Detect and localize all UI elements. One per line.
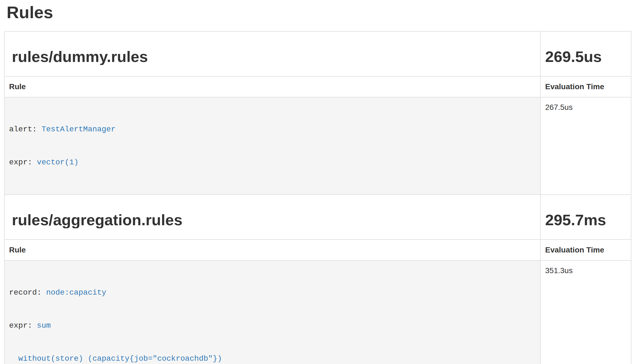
rule-code-cell: record: node:capacity expr: sum without(… [4, 260, 540, 364]
rules-table: rules/dummy.rules 269.5us Rule Evaluatio… [4, 31, 631, 364]
group-file-name: rules/dummy.rules [12, 49, 536, 65]
expr-link[interactable]: vector(1) [37, 158, 79, 167]
rule-code: alert: TestAlertManager expr: vector(1) [9, 102, 536, 190]
expr-link[interactable]: without(store) (capacity{job="cockroachd… [9, 354, 222, 363]
rule-code: record: node:capacity expr: sum without(… [9, 265, 536, 364]
alert-label: alert: [9, 125, 42, 134]
group-eval-cell: 295.7ms [540, 195, 631, 240]
column-header-row: Rule Evaluation Time [4, 240, 631, 260]
column-header-row: Rule Evaluation Time [4, 76, 631, 97]
eval-column-header: Evaluation Time [540, 240, 631, 260]
record-name-link[interactable]: node:capacity [46, 288, 106, 297]
group-eval-time: 269.5us [545, 49, 626, 65]
expr-link[interactable]: sum [37, 321, 51, 330]
page-title: Rules [7, 3, 631, 21]
group-header-row: rules/dummy.rules 269.5us [4, 31, 631, 76]
rule-code-cell: alert: TestAlertManager expr: vector(1) [4, 97, 540, 195]
rule-row: record: node:capacity expr: sum without(… [4, 260, 631, 364]
rule-column-header: Rule [4, 76, 540, 97]
group-file-cell: rules/dummy.rules [4, 31, 540, 76]
code-line: record: node:capacity [9, 287, 536, 298]
code-line: expr: vector(1) [9, 157, 536, 168]
eval-column-header: Evaluation Time [540, 76, 631, 97]
rule-row: alert: TestAlertManager expr: vector(1) … [4, 97, 631, 195]
record-label: record: [9, 288, 46, 297]
group-eval-time: 295.7ms [545, 212, 626, 228]
code-line: alert: TestAlertManager [9, 124, 536, 135]
group-file-cell: rules/aggregation.rules [4, 195, 540, 240]
rules-page: Rules rules/dummy.rules 269.5us Rule Eva… [4, 0, 631, 364]
code-line: expr: sum [9, 320, 536, 331]
alert-name-link[interactable]: TestAlertManager [42, 125, 116, 134]
rule-eval-time: 351.3us [540, 260, 631, 364]
group-file-name: rules/aggregation.rules [12, 212, 536, 228]
group-eval-cell: 269.5us [540, 31, 631, 76]
rule-column-header: Rule [4, 240, 540, 260]
group-header-row: rules/aggregation.rules 295.7ms [4, 195, 631, 240]
code-line: without(store) (capacity{job="cockroachd… [9, 353, 536, 364]
rule-eval-time: 267.5us [540, 97, 631, 195]
expr-label: expr: [9, 158, 37, 167]
expr-label: expr: [9, 321, 37, 330]
